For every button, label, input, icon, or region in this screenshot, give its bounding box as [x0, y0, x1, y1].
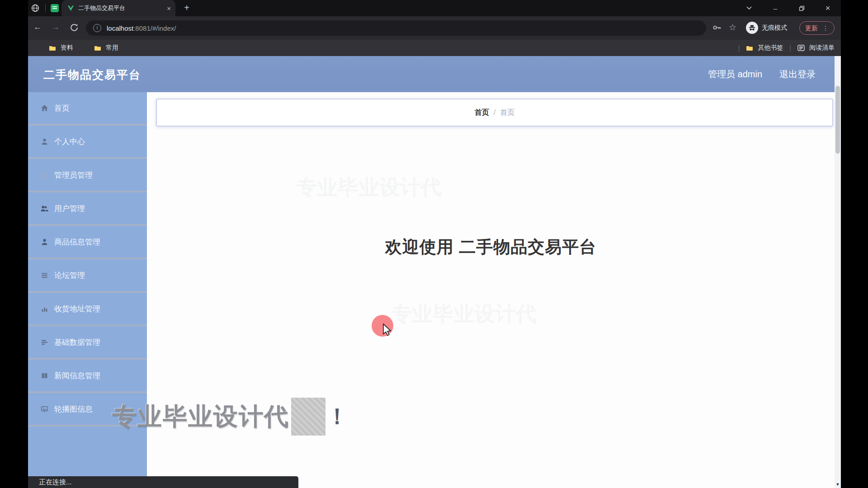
sidebar-item-label: 商品信息管理 [54, 237, 100, 247]
ghost-watermark: 专业毕业设计代 [391, 300, 537, 328]
bar-chart-icon [40, 304, 49, 313]
folder-icon [746, 45, 753, 51]
ghost-watermark: 专业毕业设计代 [296, 174, 442, 202]
active-tab[interactable]: 二手物品交易平台 × [61, 0, 175, 16]
sidebar-item-label: 新闻信息管理 [54, 371, 100, 381]
sidebar-item-label: 基础数据管理 [54, 337, 100, 347]
sidebar-item-user-mgmt[interactable]: 用户管理 [28, 192, 147, 226]
page-viewport: 二手物品交易平台 管理员 admin 退出登录 首页 个人中 [28, 56, 841, 488]
browser-toolbar: ← → localhost :8081/#/index/ ☆ [28, 16, 841, 40]
logout-link[interactable]: 退出登录 [779, 68, 816, 80]
header-user-area: 管理员 admin 退出登录 [708, 68, 816, 80]
sidebar-item-forum-mgmt[interactable]: 论坛管理 [28, 259, 147, 293]
breadcrumb-root[interactable]: 首页 [475, 108, 489, 117]
vue-favicon [67, 5, 74, 11]
reload-icon[interactable] [70, 23, 79, 32]
bookmark-star-icon[interactable]: ☆ [729, 22, 736, 33]
page-watermark: 专业毕业设计代 ！ [112, 398, 349, 436]
app-header: 二手物品交易平台 管理员 admin 退出登录 [28, 56, 841, 92]
sidebar-item-label: 论坛管理 [54, 270, 85, 281]
reading-list-icon [797, 45, 805, 51]
sidebar-item-profile[interactable]: 个人中心 [28, 126, 147, 159]
bookmarks-separator: | [738, 44, 740, 52]
welcome-message: 欢迎使用 二手物品交易平台 [147, 236, 835, 258]
users-icon [40, 204, 49, 213]
sidebar-item-home[interactable]: 首页 [28, 92, 147, 126]
folder-icon [49, 45, 56, 51]
sidebar-item-label: 轮播图信息 [54, 404, 93, 414]
address-bar[interactable]: localhost :8081/#/index/ [86, 20, 706, 36]
kebab-menu-icon[interactable]: ⋮ [822, 25, 829, 31]
current-user-label: 管理员 admin [708, 68, 762, 80]
url-path: :8081/#/index/ [133, 24, 176, 32]
mouse-cursor-icon [382, 324, 392, 336]
sidebar-item-label: 首页 [54, 103, 70, 113]
book-icon [40, 371, 49, 380]
bookmarks-bar-right: | 其他书签 | 阅读清单 [738, 44, 835, 52]
tab-close-icon[interactable]: × [167, 5, 171, 12]
close-window-button[interactable]: × [815, 0, 841, 16]
sidebar-item-news-mgmt[interactable]: 新闻信息管理 [28, 360, 147, 393]
sidebar-item-label: 用户管理 [54, 203, 85, 214]
breadcrumb-separator: / [494, 108, 495, 117]
restore-button[interactable] [788, 0, 815, 16]
scrollbar-thumb[interactable] [835, 86, 840, 154]
list-icon [40, 271, 49, 280]
other-bookmarks-button[interactable]: 其他书签 [746, 44, 783, 52]
sidebar-item-label: 收货地址管理 [54, 304, 100, 314]
bookmark-folder-2[interactable]: 常用 [94, 44, 118, 52]
window-menu-chevron-icon[interactable] [736, 0, 762, 16]
incognito-indicator: 无痕模式 [746, 22, 787, 34]
bookmark-folder-1[interactable]: 资料 [49, 44, 73, 52]
document-icon [40, 170, 49, 179]
new-tab-button[interactable]: + [181, 2, 193, 14]
bookmarks-separator: | [789, 44, 791, 52]
user-icon [40, 137, 49, 146]
breadcrumb-current: 首页 [500, 108, 514, 117]
reading-list-label: 阅读清单 [809, 44, 835, 52]
reading-list-button[interactable]: 阅读清单 [797, 44, 835, 52]
pinned-tab-icon[interactable] [51, 4, 59, 12]
sidebar-item-label: 管理员管理 [54, 170, 93, 180]
page-scrollbar[interactable]: ▼ [835, 56, 841, 488]
sidebar-item-address-mgmt[interactable]: 收货地址管理 [28, 293, 147, 326]
other-bookmarks-label: 其他书签 [758, 44, 783, 52]
breadcrumb: 首页 / 首页 [156, 99, 833, 127]
data-bars-icon [40, 338, 49, 347]
bookmark-folder-label: 常用 [106, 44, 118, 52]
desktop-background: 二手物品交易平台 × + – × ← → [0, 0, 868, 488]
app-title: 二手物品交易平台 [43, 67, 141, 82]
browser-update-button[interactable]: 更新 ⋮ [799, 21, 835, 35]
browser-status-bubble: 正在连接... [28, 476, 298, 488]
incognito-icon [746, 22, 758, 34]
back-icon[interactable]: ← [32, 22, 43, 32]
url-host: localhost [107, 24, 133, 32]
bookmark-folder-label: 资料 [61, 44, 73, 52]
browser-window: 二手物品交易平台 × + – × ← → [28, 0, 841, 488]
watermark-tail: ！ [326, 402, 349, 431]
folder-icon [94, 45, 101, 51]
home-icon [40, 103, 49, 113]
update-label: 更新 [805, 25, 818, 31]
scrollbar-down-arrow-icon[interactable]: ▼ [835, 482, 841, 487]
sidebar-item-goods-mgmt[interactable]: 商品信息管理 [28, 226, 147, 259]
globe-icon [31, 4, 40, 13]
minimize-button[interactable]: – [762, 0, 788, 16]
browser-tab-bar: 二手物品交易平台 × + – × [28, 0, 841, 16]
bookmarks-bar: 资料 常用 | 其他书签 | [28, 40, 841, 56]
window-controls: – × [736, 0, 841, 16]
person-badge-icon [40, 237, 49, 246]
sidebar-item-admin-mgmt[interactable]: 管理员管理 [28, 159, 147, 192]
tab-title: 二手物品交易平台 [78, 4, 163, 12]
page-info-icon[interactable] [93, 24, 101, 32]
incognito-label: 无痕模式 [762, 24, 787, 32]
watermark-text: 专业毕业设计代 [112, 400, 289, 433]
watermark-censor-block [291, 398, 326, 436]
password-key-icon[interactable] [712, 24, 722, 31]
sidebar-item-label: 个人中心 [54, 136, 85, 147]
forward-icon[interactable]: → [50, 22, 61, 32]
tab-separator [45, 5, 46, 12]
carousel-image-icon [40, 404, 49, 413]
sidebar-item-base-data-mgmt[interactable]: 基础数据管理 [28, 326, 147, 360]
